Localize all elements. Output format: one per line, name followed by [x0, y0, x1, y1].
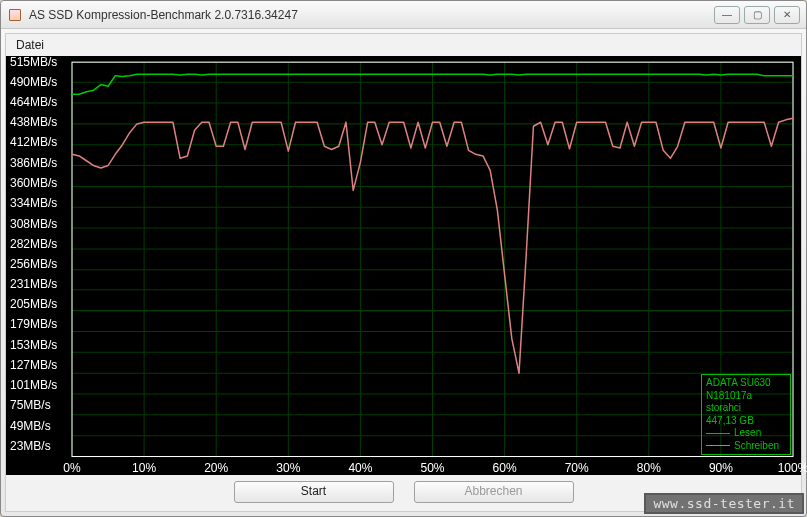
legend-read-swatch: [706, 433, 730, 434]
abort-button[interactable]: Abbrechen: [414, 481, 574, 503]
y-tick-label: 308MB/s: [10, 217, 57, 231]
x-tick-label: 10%: [132, 461, 156, 475]
start-button[interactable]: Start: [234, 481, 394, 503]
app-window: AS SSD Kompression-Benchmark 2.0.7316.34…: [0, 0, 807, 517]
y-tick-label: 23MB/s: [10, 439, 51, 453]
y-tick-label: 438MB/s: [10, 115, 57, 129]
x-tick-label: 100%: [778, 461, 807, 475]
y-tick-label: 334MB/s: [10, 196, 57, 210]
watermark: www.ssd-tester.it: [644, 493, 804, 514]
window-title: AS SSD Kompression-Benchmark 2.0.7316.34…: [29, 8, 710, 22]
minimize-button[interactable]: —: [714, 6, 740, 24]
x-tick-label: 70%: [565, 461, 589, 475]
y-tick-label: 179MB/s: [10, 317, 57, 331]
menu-item-file[interactable]: Datei: [16, 38, 44, 52]
y-tick-label: 490MB/s: [10, 75, 57, 89]
y-tick-label: 127MB/s: [10, 358, 57, 372]
x-tick-label: 50%: [420, 461, 444, 475]
app-icon: [7, 7, 23, 23]
close-button[interactable]: ✕: [774, 6, 800, 24]
y-tick-label: 256MB/s: [10, 257, 57, 271]
x-tick-label: 20%: [204, 461, 228, 475]
x-axis-labels: 0%10%20%30%40%50%60%70%80%90%100%: [6, 457, 801, 475]
x-tick-label: 90%: [709, 461, 733, 475]
y-tick-label: 464MB/s: [10, 95, 57, 109]
legend-write-swatch: [706, 445, 730, 446]
legend-read-label: Lesen: [734, 427, 761, 440]
legend-box: ADATA SU630 N181017a storahci 447,13 GB …: [701, 374, 791, 455]
chart-svg: [6, 56, 801, 475]
x-tick-label: 80%: [637, 461, 661, 475]
y-tick-label: 386MB/s: [10, 156, 57, 170]
y-tick-label: 515MB/s: [10, 55, 57, 69]
y-tick-label: 205MB/s: [10, 297, 57, 311]
y-tick-label: 75MB/s: [10, 398, 51, 412]
x-tick-label: 0%: [63, 461, 80, 475]
menubar: Datei: [6, 34, 801, 56]
legend-write-label: Schreiben: [734, 440, 779, 453]
y-tick-label: 231MB/s: [10, 277, 57, 291]
y-tick-label: 49MB/s: [10, 419, 51, 433]
x-tick-label: 30%: [276, 461, 300, 475]
y-tick-label: 360MB/s: [10, 176, 57, 190]
maximize-button[interactable]: ▢: [744, 6, 770, 24]
content-panel: Datei 23MB/s49MB/s75MB/s101MB/s127MB/s15…: [5, 33, 802, 512]
y-tick-label: 101MB/s: [10, 378, 57, 392]
y-axis-labels: 23MB/s49MB/s75MB/s101MB/s127MB/s153MB/s1…: [6, 56, 70, 475]
y-tick-label: 153MB/s: [10, 338, 57, 352]
legend-device: ADATA SU630: [706, 377, 786, 390]
x-tick-label: 60%: [493, 461, 517, 475]
x-tick-label: 40%: [348, 461, 372, 475]
y-tick-label: 412MB/s: [10, 135, 57, 149]
y-tick-label: 282MB/s: [10, 237, 57, 251]
legend-read-row: Lesen: [706, 427, 786, 440]
legend-firmware: N181017a: [706, 390, 786, 403]
legend-driver: storahci: [706, 402, 786, 415]
legend-write-row: Schreiben: [706, 440, 786, 453]
legend-capacity: 447,13 GB: [706, 415, 786, 428]
chart-area: 23MB/s49MB/s75MB/s101MB/s127MB/s153MB/s1…: [6, 56, 801, 475]
titlebar: AS SSD Kompression-Benchmark 2.0.7316.34…: [1, 1, 806, 29]
